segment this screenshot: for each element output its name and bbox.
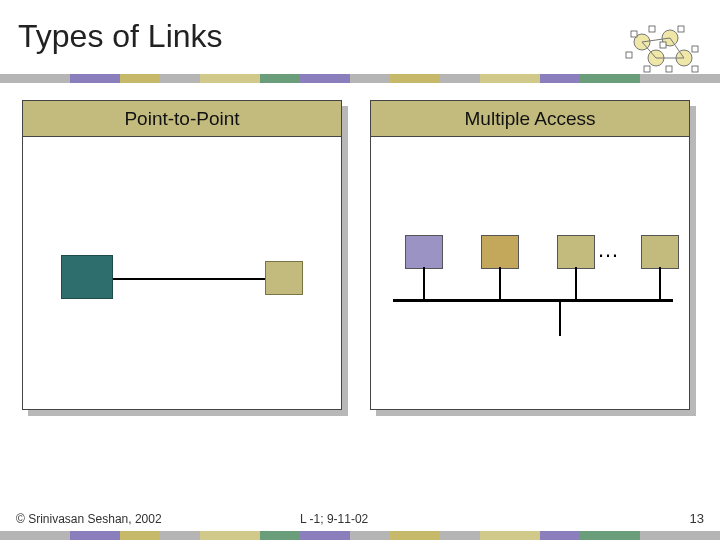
link-line — [113, 278, 265, 280]
drop-line — [423, 267, 425, 299]
multiple-access-diagram: … — [371, 137, 689, 409]
svg-rect-8 — [631, 31, 637, 37]
terminal-node — [641, 235, 679, 269]
svg-rect-9 — [649, 26, 655, 32]
footer-copyright: © Srinivasan Seshan, 2002 — [16, 512, 162, 526]
title-divider — [0, 74, 720, 83]
point-to-point-diagram — [23, 137, 341, 409]
page-title: Types of Links — [18, 18, 223, 55]
svg-rect-16 — [660, 42, 666, 48]
svg-rect-12 — [626, 52, 632, 58]
node-teal — [61, 255, 113, 299]
svg-rect-13 — [644, 66, 650, 72]
footer-page-number: 13 — [690, 511, 704, 526]
shared-bus-line — [393, 299, 673, 302]
panel-face: Point-to-Point — [22, 100, 342, 410]
panel-face: Multiple Access … — [370, 100, 690, 410]
panel-header-right: Multiple Access — [371, 101, 689, 137]
footer: © Srinivasan Seshan, 2002 L -1; 9-11-02 … — [0, 506, 720, 540]
drop-line — [499, 267, 501, 299]
terminal-node — [405, 235, 443, 269]
drop-line — [659, 267, 661, 299]
terminal-node — [481, 235, 519, 269]
svg-rect-14 — [666, 66, 672, 72]
panel-header-left: Point-to-Point — [23, 101, 341, 137]
svg-rect-15 — [692, 66, 698, 72]
svg-rect-10 — [678, 26, 684, 32]
svg-rect-11 — [692, 46, 698, 52]
footer-divider — [0, 531, 720, 540]
panel-point-to-point: Point-to-Point — [22, 100, 342, 410]
corner-decoration-icon — [622, 24, 702, 76]
panel-multiple-access: Multiple Access … — [370, 100, 690, 410]
terminal-node — [557, 235, 595, 269]
ellipsis: … — [597, 237, 621, 263]
drop-line — [575, 267, 577, 299]
node-olive — [265, 261, 303, 295]
bus-stub — [559, 302, 561, 336]
footer-lecture: L -1; 9-11-02 — [300, 512, 368, 526]
